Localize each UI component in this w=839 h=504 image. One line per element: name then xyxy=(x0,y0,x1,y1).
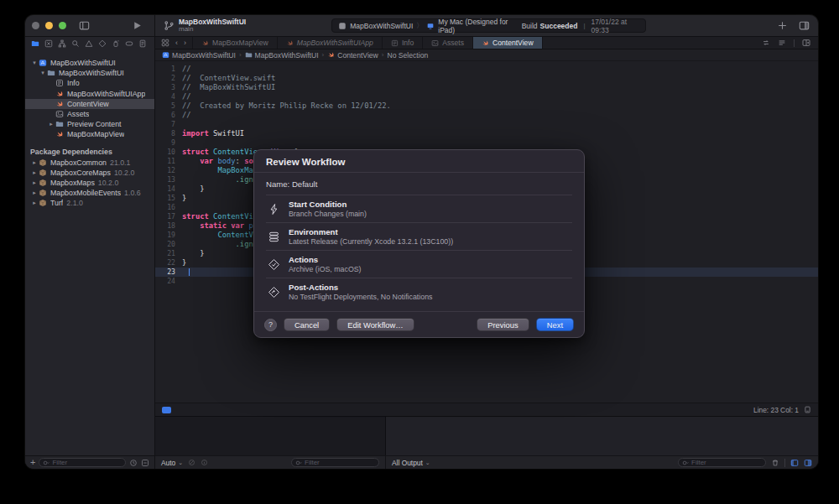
disclosure-right-icon[interactable]: ▸ xyxy=(30,159,39,166)
help-button[interactable]: ? xyxy=(264,319,277,331)
disclosure-down-icon[interactable]: ▾ xyxy=(39,70,47,76)
minimize-button[interactable] xyxy=(45,22,53,29)
project-navigator-icon[interactable] xyxy=(31,39,39,48)
previous-button[interactable]: Previous xyxy=(477,318,529,331)
adjust-editor-options-icon[interactable] xyxy=(778,39,786,47)
package-item-turf[interactable]: ▸Turf2.1.0 xyxy=(25,198,154,208)
package-item-mapboxmobileevents[interactable]: ▸MapboxMobileEvents1.0.6 xyxy=(25,188,154,198)
stack-icon xyxy=(268,231,280,243)
disclosure-right-icon[interactable]: ▸ xyxy=(30,190,39,196)
variables-scope-select[interactable]: Auto xyxy=(161,459,175,467)
tree-item-mapboxwithswiftui[interactable]: ▾MapBoxWithSwiftUI xyxy=(25,58,154,68)
close-button[interactable] xyxy=(32,22,39,29)
editor-mode-indicator-icon[interactable] xyxy=(162,407,171,413)
breadcrumb-item-contentview[interactable]: ContentView xyxy=(327,51,378,60)
clear-console-trash-icon[interactable] xyxy=(771,459,779,467)
code-line-4: 4// xyxy=(155,92,818,101)
breadcrumb-item-mapboxwithswiftui[interactable]: MapBoxWithSwiftUI xyxy=(245,51,319,60)
console-filter-field[interactable]: Filter xyxy=(678,458,766,467)
line-number: 7 xyxy=(155,120,182,129)
tab-contentview[interactable]: ContentView xyxy=(473,37,543,49)
filter-variables-icon[interactable] xyxy=(188,459,195,466)
tree-item-mapboxwithswiftui[interactable]: ▾MapBoxWithSwiftUI xyxy=(25,68,154,78)
breadcrumb-item-no-selection[interactable]: No Selection xyxy=(387,51,428,60)
navigator-filter-field[interactable]: Filter xyxy=(39,458,126,467)
line-number: 14 xyxy=(155,184,182,194)
zoom-button[interactable] xyxy=(59,22,66,29)
tab-assets[interactable]: Assets xyxy=(423,37,473,49)
report-navigator-icon[interactable] xyxy=(138,39,147,48)
debug-navigator-icon[interactable] xyxy=(112,39,120,48)
show-variables-panel-icon[interactable] xyxy=(790,459,799,467)
project-icon xyxy=(162,51,169,59)
scm-status-filter-icon[interactable] xyxy=(141,459,149,467)
editor-settings-icon[interactable] xyxy=(804,406,811,413)
folder-icon xyxy=(47,69,55,77)
code-review-icon[interactable] xyxy=(762,39,770,47)
chevron-down-icon: ⌄ xyxy=(425,460,430,466)
next-button[interactable]: Next xyxy=(536,318,574,331)
code-line-6: 6// xyxy=(155,111,818,120)
line-number: 3 xyxy=(155,83,182,92)
package-icon xyxy=(39,179,47,187)
line-number: 8 xyxy=(155,129,182,138)
run-button[interactable] xyxy=(132,20,143,31)
tree-item-assets[interactable]: Assets xyxy=(25,109,154,119)
filter-placeholder: Filter xyxy=(691,459,706,466)
tree-item-preview-content[interactable]: ▸Preview Content xyxy=(25,119,154,129)
tree-item-label: MapBoxWithSwiftUI xyxy=(59,69,124,77)
breadcrumb-item-mapboxwithswiftui[interactable]: MapBoxWithSwiftUI xyxy=(162,51,236,60)
console-view[interactable] xyxy=(386,417,818,455)
disclosure-right-icon[interactable]: ▸ xyxy=(30,200,39,206)
tree-item-mapboxmapview[interactable]: MapBoxMapView xyxy=(25,129,154,139)
disclosure-right-icon[interactable]: ▸ xyxy=(30,169,39,176)
console-output-select[interactable]: All Output xyxy=(392,459,423,467)
toggle-inspector-icon[interactable] xyxy=(799,20,810,31)
find-navigator-icon[interactable] xyxy=(71,39,80,48)
tree-item-contentview[interactable]: ContentView xyxy=(25,99,154,109)
line-number: 24 xyxy=(155,277,182,286)
row-subtitle: Latest Release (Currently Xcode 13.2.1 (… xyxy=(289,237,453,246)
package-item-mapboxmaps[interactable]: ▸MapboxMaps10.2.0 xyxy=(25,178,154,188)
test-navigator-icon[interactable] xyxy=(98,39,107,48)
show-console-panel-icon[interactable] xyxy=(804,459,812,467)
scheme-area[interactable]: MapBoxWithSwiftUI main xyxy=(164,18,246,33)
package-item-mapboxcoremaps[interactable]: ▸MapboxCoreMaps10.2.0 xyxy=(25,168,154,178)
tab-overview-icon[interactable] xyxy=(161,39,169,47)
tree-item-label: MapBoxWithSwiftUIApp xyxy=(67,90,145,98)
breakpoint-navigator-icon[interactable] xyxy=(125,39,133,48)
toggle-navigator-icon[interactable] xyxy=(79,20,90,31)
variables-filter-field[interactable]: Filter xyxy=(291,458,379,467)
symbol-navigator-icon[interactable] xyxy=(58,39,66,48)
code-line-8: 8import SwiftUI xyxy=(155,129,818,138)
disclosure-right-icon[interactable]: ▸ xyxy=(47,121,55,127)
tab-mapboxwithswiftuiapp[interactable]: MapBoxWithSwiftUIApp xyxy=(278,37,383,49)
tree-item-info[interactable]: Info xyxy=(25,78,154,88)
filter-icon xyxy=(43,460,50,466)
recent-files-clock-icon[interactable] xyxy=(129,459,138,467)
issue-navigator-icon[interactable] xyxy=(85,39,93,48)
activity-view[interactable]: MapBoxWithSwiftUI 〉 My Mac (Designed for… xyxy=(331,18,646,33)
source-control-navigator-icon[interactable] xyxy=(44,39,53,48)
library-plus-icon[interactable] xyxy=(777,20,788,31)
breadcrumb-label: MapBoxWithSwiftUI xyxy=(255,51,319,60)
disclosure-down-icon[interactable]: ▾ xyxy=(30,60,39,66)
cancel-button[interactable]: Cancel xyxy=(284,318,330,331)
dialog-title: Review Workflow xyxy=(254,150,584,173)
tab-info[interactable]: Info xyxy=(383,37,423,49)
edit-workflow-button[interactable]: Edit Workflow… xyxy=(336,318,414,331)
line-col-indicator[interactable]: Line: 23 Col: 1 xyxy=(753,406,799,414)
bolt-icon xyxy=(268,203,280,216)
project-icon xyxy=(39,59,47,67)
add-item-icon[interactable]: + xyxy=(30,458,35,467)
go-back-icon[interactable]: ‹ xyxy=(175,39,178,47)
line-number: 1 xyxy=(155,65,182,74)
disclosure-right-icon[interactable]: ▸ xyxy=(30,179,39,186)
tree-item-mapboxwithswiftuiapp[interactable]: MapBoxWithSwiftUIApp xyxy=(25,89,154,99)
package-item-mapboxcommon[interactable]: ▸MapboxCommon21.0.1 xyxy=(25,158,154,168)
add-editor-icon[interactable] xyxy=(802,39,810,47)
variables-info-icon[interactable] xyxy=(201,459,208,466)
go-forward-icon[interactable]: › xyxy=(184,39,186,47)
variables-view[interactable] xyxy=(155,417,386,455)
tab-mapboxmapview[interactable]: MapBoxMapView xyxy=(193,37,278,49)
